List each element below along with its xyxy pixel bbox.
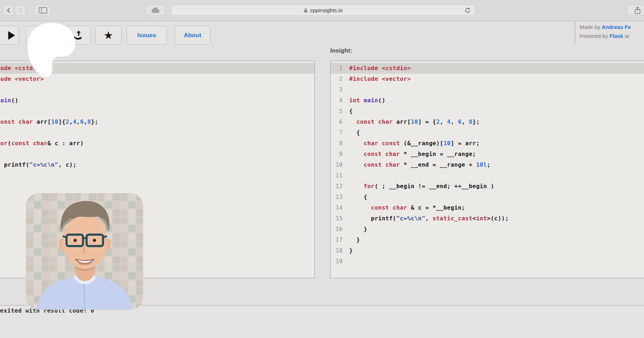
code-line: 2#include <vector> [331, 74, 644, 84]
line-number: 10 [331, 160, 343, 170]
code-line: 14 const char & c = *__begin; [331, 202, 644, 213]
line-number: 3 [331, 84, 343, 95]
insight-label: Insight: [330, 47, 352, 54]
code-line: 4int main() [331, 95, 644, 106]
browser-chrome: cppinsights.io [0, 0, 644, 21]
code-line: 16 } [331, 224, 644, 235]
code-line: 11 [331, 170, 644, 181]
lock-icon [304, 8, 308, 13]
author-link[interactable]: Andreas Fe [602, 24, 631, 30]
cloud-icon [151, 7, 160, 14]
line-number: 15 [331, 213, 343, 224]
line-number: 4 [331, 95, 343, 106]
url-text: cppinsights.io [310, 7, 343, 13]
about-button[interactable]: About [175, 26, 210, 45]
run-button[interactable] [0, 26, 19, 45]
blob-shape [25, 22, 79, 79]
line-number: 7 [331, 127, 343, 138]
line-number: 9 [331, 149, 343, 160]
sidebar-toggle-button[interactable] [34, 5, 51, 16]
code-line: 19 [331, 256, 644, 267]
line-number: 18 [331, 245, 343, 256]
line-number: 2 [331, 74, 343, 84]
back-icon [6, 8, 11, 13]
line-number: 1 [331, 63, 343, 74]
play-icon [8, 31, 15, 40]
line-number: 11 [331, 170, 343, 181]
line-number: 19 [331, 256, 343, 267]
code-line: 6 const char arr[10] = {2, 4, 6, 8}; [331, 117, 644, 127]
white-blob-overlay [25, 22, 79, 79]
sidebar-icon [39, 7, 47, 14]
code-line: onst char arr[10]{2,4,6,8}; [0, 117, 314, 127]
line-number: 12 [331, 181, 343, 192]
code-line: 18} [331, 245, 644, 256]
share-button[interactable] [627, 5, 644, 16]
forward-button[interactable] [15, 5, 26, 16]
line-number: 16 [331, 224, 343, 235]
code-line: 17 } [331, 235, 644, 245]
code-line: 12 for( ; __begin != __end; ++__begin ) [331, 181, 644, 192]
credits-block: Made by Andreas Fe Powered by Flask ar [575, 23, 644, 44]
code-line: printf("c=%c\n", c); [0, 160, 314, 170]
code-line [0, 149, 314, 160]
code-line: 13 { [331, 192, 644, 202]
code-line: ain() [0, 95, 314, 106]
code-line: 9 const char * __begin = __range; [331, 149, 644, 160]
portrait-photo [26, 193, 143, 310]
url-bar[interactable]: cppinsights.io [171, 5, 475, 16]
flask-link[interactable]: Flask [609, 33, 623, 39]
share-icon [634, 6, 641, 14]
code-line: 10 const char * __end = __range + 10l; [331, 160, 644, 170]
line-number: 6 [331, 117, 343, 127]
line-number: 17 [331, 235, 343, 245]
code-line: 8 char const (&__range)[10] = arr; [331, 138, 644, 149]
line-number: 8 [331, 138, 343, 149]
line-number: 14 [331, 202, 343, 213]
about-button-label: About [184, 32, 201, 39]
code-line [0, 127, 314, 138]
code-line: 5{ [331, 106, 644, 117]
back-button[interactable] [3, 5, 14, 16]
issues-button-label: Issues [137, 32, 156, 39]
powered-by-line: Powered by Flask ar [580, 31, 644, 40]
code-line: 1#include <cstdio> [331, 63, 644, 74]
portrait-illustration [26, 193, 143, 310]
icloud-tabs-button[interactable] [145, 5, 166, 16]
code-line: or(const char& c : arr) [0, 138, 314, 149]
code-line: 7 { [331, 127, 644, 138]
console-output-area: exited with result code: 0 [0, 305, 644, 338]
code-line [0, 106, 314, 117]
reload-icon [464, 7, 471, 14]
insight-panel[interactable]: 1#include <cstdio>2#include <vector>34in… [330, 61, 644, 278]
code-line: 3 [331, 84, 644, 95]
line-number: 5 [331, 106, 343, 117]
forward-icon [18, 8, 23, 13]
favorite-button[interactable]: ★ [95, 26, 122, 45]
reload-button[interactable] [464, 7, 471, 14]
line-number: 13 [331, 192, 343, 202]
code-line: 15 printf("c=%c\n", static_cast<int>(c))… [331, 213, 644, 224]
issues-button[interactable]: Issues [127, 26, 167, 45]
code-line [0, 84, 314, 95]
made-by-line: Made by Andreas Fe [580, 23, 644, 31]
star-icon: ★ [104, 30, 113, 41]
insight-code-area[interactable]: 1#include <cstdio>2#include <vector>34in… [331, 61, 644, 278]
